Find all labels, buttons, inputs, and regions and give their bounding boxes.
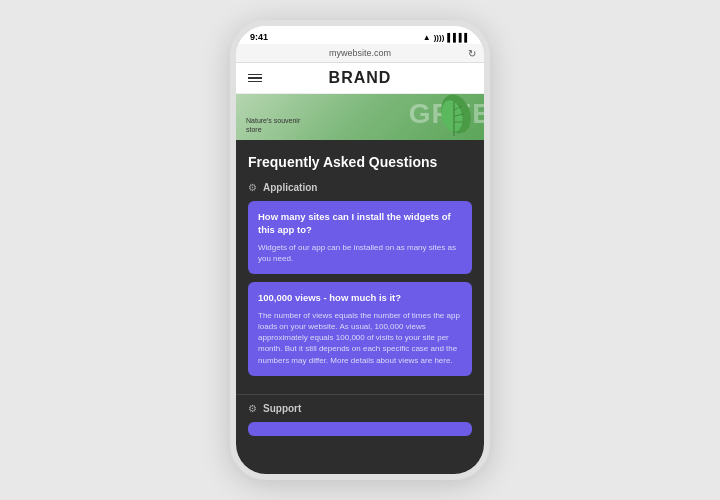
wifi-icon: )))) bbox=[434, 33, 445, 42]
faq-card-2[interactable]: 100,000 views - how much is it? The numb… bbox=[248, 282, 472, 376]
signal-icon: ▲ bbox=[423, 33, 431, 42]
support-section: ⚙ Support bbox=[236, 394, 484, 446]
faq-card-1[interactable]: How many sites can I install the widgets… bbox=[248, 201, 472, 274]
faq-title: Frequently Asked Questions bbox=[248, 154, 472, 170]
category-application-label: Application bbox=[263, 182, 317, 193]
faq-answer-2: The number of views equals the number of… bbox=[258, 310, 462, 366]
faq-section: Frequently Asked Questions ⚙ Application… bbox=[236, 140, 484, 394]
hamburger-menu[interactable] bbox=[248, 74, 262, 83]
browser-bar: mywebsite.com ↻ bbox=[236, 44, 484, 63]
browser-url: mywebsite.com bbox=[329, 48, 391, 58]
status-time: 9:41 bbox=[250, 32, 268, 42]
application-icon: ⚙ bbox=[248, 182, 257, 193]
hamburger-line bbox=[248, 77, 262, 79]
brand-logo: BRAND bbox=[329, 69, 392, 87]
faq-question-2: 100,000 views - how much is it? bbox=[258, 292, 462, 305]
support-preview-card[interactable] bbox=[248, 422, 472, 436]
support-icon: ⚙ bbox=[248, 403, 257, 414]
status-bar: 9:41 ▲ )))) ▌▌▌▌ bbox=[236, 26, 484, 44]
faq-question-1: How many sites can I install the widgets… bbox=[258, 211, 462, 237]
main-content: Frequently Asked Questions ⚙ Application… bbox=[236, 140, 484, 474]
category-support-label: Support bbox=[263, 403, 301, 414]
battery-icon: ▌▌▌▌ bbox=[447, 33, 470, 42]
leaf-decoration bbox=[434, 94, 474, 140]
category-support: ⚙ Support bbox=[248, 403, 472, 414]
hamburger-line bbox=[248, 81, 262, 83]
nav-bar: BRAND bbox=[236, 63, 484, 94]
category-application: ⚙ Application bbox=[248, 182, 472, 193]
hamburger-line bbox=[248, 74, 262, 76]
hero-section: GREE Nature's souvenir store bbox=[236, 94, 484, 140]
status-icons: ▲ )))) ▌▌▌▌ bbox=[423, 33, 470, 42]
phone-frame: 9:41 ▲ )))) ▌▌▌▌ mywebsite.com ↻ BRAND G… bbox=[230, 20, 490, 480]
faq-answer-1: Widgets of our app can be installed on a… bbox=[258, 242, 462, 264]
hero-subtitle: Nature's souvenir store bbox=[246, 116, 300, 134]
refresh-icon[interactable]: ↻ bbox=[468, 48, 476, 59]
